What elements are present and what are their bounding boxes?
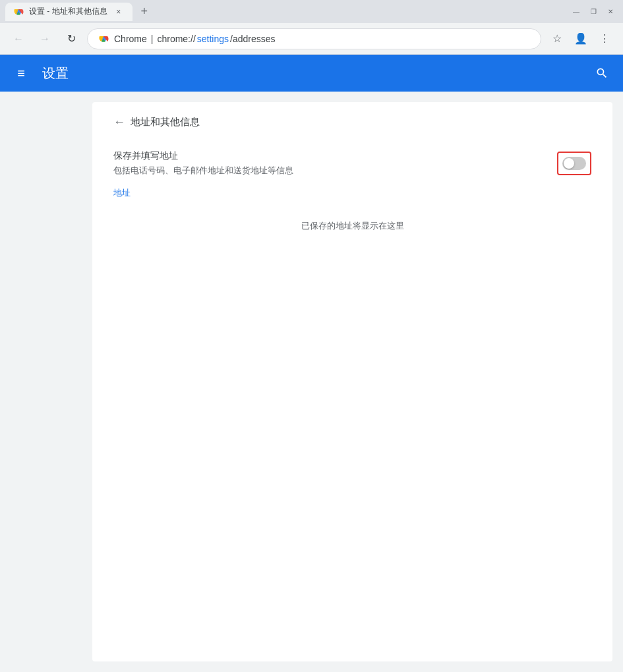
- app-header: ≡ 设置: [0, 55, 623, 92]
- close-button[interactable]: ✕: [603, 5, 618, 19]
- url-bar[interactable]: Chrome | chrome://settings/addresses: [87, 28, 541, 49]
- url-favicon: [98, 34, 109, 44]
- tab-close-button[interactable]: ×: [113, 6, 125, 18]
- setting-name: 保存并填写地址: [113, 150, 557, 162]
- tab-title: 设置 - 地址和其他信息: [29, 6, 107, 17]
- empty-state-text: 已保存的地址将显示在这里: [301, 221, 404, 231]
- page-title: 地址和其他信息: [131, 116, 200, 128]
- restore-button[interactable]: ❐: [586, 5, 601, 19]
- toggle-knob: [564, 158, 574, 169]
- save-addresses-row: 保存并填写地址 包括电话号码、电子邮件地址和送货地址等信息: [113, 150, 591, 177]
- title-bar-left: 设置 - 地址和其他信息 × +: [5, 3, 569, 21]
- save-addresses-toggle[interactable]: [562, 157, 586, 170]
- url-text: Chrome | chrome://settings/addresses: [114, 34, 276, 44]
- bookmark-button[interactable]: ☆: [547, 28, 568, 49]
- tab-favicon: [13, 7, 24, 17]
- title-bar: 设置 - 地址和其他信息 × + — ❐ ✕: [0, 0, 623, 23]
- app-title: 设置: [42, 65, 581, 82]
- setting-info: 保存并填写地址 包括电话号码、电子邮件地址和送货地址等信息: [113, 150, 557, 177]
- back-arrow-icon[interactable]: ←: [113, 115, 125, 129]
- addresses-section-label: 地址: [113, 187, 591, 199]
- content-area: ← 地址和其他信息 保存并填写地址 包括电话号码、电子邮件地址和送货地址等信息 …: [92, 102, 612, 661]
- search-icon[interactable]: [591, 63, 612, 84]
- url-scheme: chrome://: [157, 34, 195, 44]
- url-separator: |: [151, 34, 154, 44]
- browser-tab[interactable]: 设置 - 地址和其他信息 ×: [5, 3, 133, 21]
- more-menu-button[interactable]: ⋮: [594, 28, 615, 49]
- window-controls: — ❐ ✕: [569, 5, 618, 19]
- refresh-button[interactable]: ↻: [61, 28, 82, 49]
- back-button[interactable]: ←: [8, 28, 29, 49]
- empty-state: 已保存的地址将显示在这里: [113, 207, 591, 245]
- setting-desc: 包括电话号码、电子邮件地址和送货地址等信息: [113, 165, 557, 177]
- new-tab-button[interactable]: +: [135, 3, 154, 21]
- url-domain: Chrome: [114, 34, 147, 44]
- address-bar: ← → ↻ Chrome | chrome://settings/address…: [0, 23, 623, 55]
- back-navigation[interactable]: ← 地址和其他信息: [113, 115, 591, 129]
- main-container: ← 地址和其他信息 保存并填写地址 包括电话号码、电子邮件地址和送货地址等信息 …: [0, 92, 623, 672]
- account-button[interactable]: 👤: [570, 28, 591, 49]
- address-bar-actions: ☆ 👤 ⋮: [547, 28, 615, 49]
- minimize-button[interactable]: —: [569, 5, 583, 19]
- hamburger-icon[interactable]: ≡: [11, 63, 32, 84]
- toggle-highlight: [557, 152, 591, 175]
- url-path: /addresses: [230, 34, 275, 44]
- url-settings: settings: [197, 34, 229, 44]
- sidebar: [0, 92, 92, 672]
- forward-button[interactable]: →: [34, 28, 55, 49]
